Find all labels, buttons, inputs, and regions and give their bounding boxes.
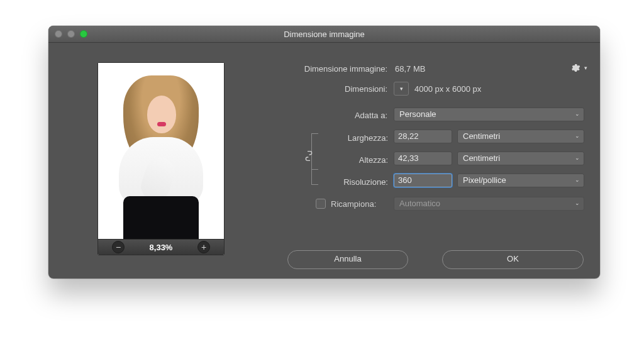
resolution-input[interactable]: 360 [394,174,452,187]
settings-menu-button[interactable]: ▾ [570,62,587,73]
zoom-level: 8,33% [150,243,173,252]
chevron-down-icon: ⌄ [575,177,580,183]
height-input[interactable]: 42,33 [394,152,452,165]
titlebar[interactable]: Dimensione immagine [48,26,600,43]
resolution-label: Risoluzione: [256,177,388,187]
chevron-down-icon: ⌄ [575,155,580,161]
chevron-down-icon: ⌄ [575,111,580,117]
zoom-in-button[interactable]: + [197,241,210,253]
image-size-dialog: Dimensione immagine − 8,33% + [48,26,600,279]
resample-label: Ricampiona: [331,199,376,209]
dimensions-unit-toggle[interactable]: ▾ [394,82,409,96]
image-preview[interactable]: − 8,33% + [97,62,225,255]
fit-to-dropdown[interactable]: Personale ⌄ [394,108,584,121]
window-title: Dimensione immagine [48,30,600,39]
height-unit-dropdown[interactable]: Centimetri⌄ [457,152,584,165]
chevron-down-icon: ▾ [400,86,403,92]
chevron-down-icon: ⌄ [575,133,580,139]
dimensions-value: 4000 px x 6000 px [414,84,481,94]
cancel-button[interactable]: Annulla [287,250,408,269]
zoom-out-button[interactable]: − [112,241,125,253]
image-size-value: 68,7 MB [395,64,425,74]
width-input[interactable]: 28,22 [394,130,452,143]
dimensions-label: Dimensioni: [240,84,387,94]
width-unit-dropdown[interactable]: Centimetri⌄ [457,130,584,143]
preview-zoom-bar: − 8,33% + [98,239,224,255]
chevron-down-icon: ⌄ [575,200,580,206]
resample-method-dropdown: Automatico⌄ [394,197,584,211]
window-minimize-button[interactable] [67,30,75,38]
resample-checkbox[interactable] [316,199,326,209]
fit-to-value: Personale [399,109,436,119]
image-size-label: Dimensione immagine: [240,64,387,74]
resample-row: Ricampiona: [316,199,376,209]
width-label: Larghezza: [256,133,388,143]
fit-to-label: Adatta a: [240,111,387,120]
preview-image [98,63,224,240]
height-label: Altezza: [256,155,388,165]
resolution-unit-dropdown[interactable]: Pixel/pollice⌄ [457,174,584,187]
ok-button[interactable]: OK [442,250,584,269]
window-close-button[interactable] [55,30,62,38]
gear-icon [570,62,583,72]
window-zoom-button[interactable] [80,30,87,38]
